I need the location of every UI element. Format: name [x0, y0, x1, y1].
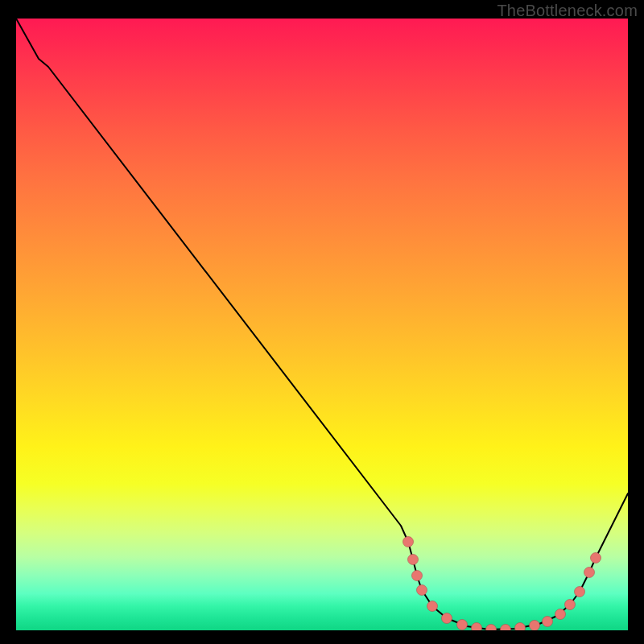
curve-dot — [486, 625, 497, 631]
curve-dot — [584, 568, 595, 578]
curve-dot — [472, 623, 482, 631]
curve-dot — [530, 621, 540, 631]
curve-dot — [515, 623, 526, 631]
curve-dot — [543, 617, 553, 627]
curve-dots — [403, 537, 601, 631]
plot-area — [16, 19, 628, 630]
watermark-text: TheBottleneck.com — [497, 2, 638, 20]
curve-dot — [442, 613, 452, 624]
curve-dot — [501, 625, 511, 631]
curve-dot — [403, 537, 414, 547]
curve-dot — [427, 601, 438, 612]
curve-dot — [457, 620, 468, 630]
curve-dot — [412, 571, 423, 581]
chart-frame: TheBottleneck.com — [0, 0, 644, 644]
bottleneck-curve — [16, 19, 628, 630]
curve-dot — [417, 585, 427, 596]
curve-dot — [408, 555, 419, 565]
curve-layer — [16, 19, 628, 630]
curve-dot — [575, 587, 585, 597]
curve-dot — [565, 600, 576, 610]
curve-dot — [555, 609, 566, 620]
curve-dot — [591, 553, 601, 564]
